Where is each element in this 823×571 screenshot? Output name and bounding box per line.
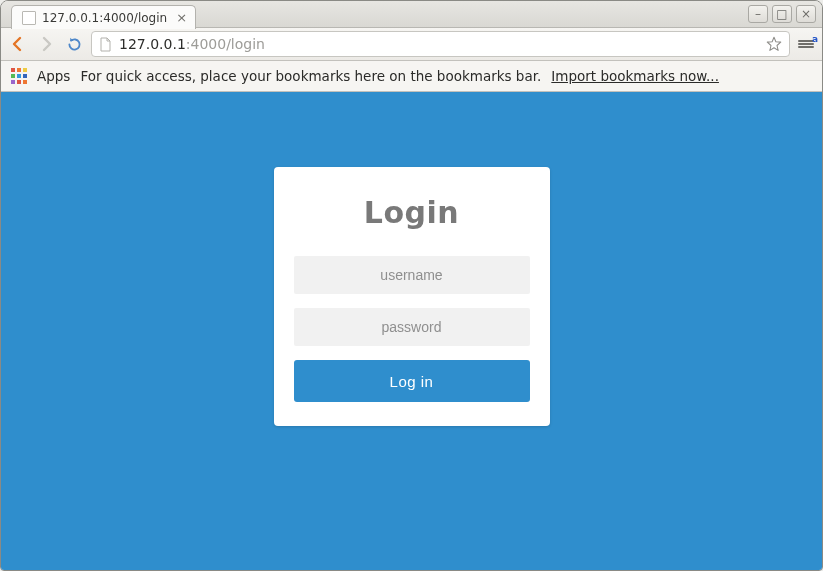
reload-icon [66,36,83,53]
menu-badge: a [812,34,818,44]
address-url: 127.0.0.1:4000/login [119,36,265,52]
browser-window: 127.0.0.1:4000/login × – □ × 127.0.0.1:4… [0,0,823,571]
address-bar[interactable]: 127.0.0.1:4000/login [91,31,790,57]
page-icon [98,37,113,52]
apps-grid-icon[interactable] [11,68,27,84]
address-host: 127.0.0.1 [119,36,186,52]
window-controls: – □ × [748,5,816,23]
apps-label[interactable]: Apps [37,68,70,84]
browser-toolbar: 127.0.0.1:4000/login a [1,28,822,61]
window-close-button[interactable]: × [796,5,816,23]
page-viewport: Login Log in [1,92,822,570]
chevron-left-icon [9,35,27,53]
back-button[interactable] [7,32,29,56]
address-path: :4000/login [186,36,265,52]
login-card: Login Log in [274,167,550,426]
login-button[interactable]: Log in [294,360,530,402]
bookmark-star-icon[interactable] [765,35,783,53]
bookmarks-bar: Apps For quick access, place your bookma… [1,61,822,92]
login-title: Login [294,195,530,230]
forward-button[interactable] [35,32,57,56]
window-maximize-button[interactable]: □ [772,5,792,23]
window-minimize-button[interactable]: – [748,5,768,23]
chevron-right-icon [37,35,55,53]
tab-close-button[interactable]: × [176,10,187,25]
password-input[interactable] [294,308,530,346]
blank-page-icon [22,11,36,25]
tab-strip: 127.0.0.1:4000/login × [11,5,196,29]
browser-menu-button[interactable]: a [796,40,816,48]
import-bookmarks-link[interactable]: Import bookmarks now... [551,68,719,84]
browser-tab[interactable]: 127.0.0.1:4000/login × [11,5,196,29]
bookmarks-hint: For quick access, place your bookmarks h… [80,68,541,84]
username-input[interactable] [294,256,530,294]
tab-title: 127.0.0.1:4000/login [42,11,167,25]
window-titlebar[interactable]: 127.0.0.1:4000/login × – □ × [1,1,822,28]
reload-button[interactable] [63,32,85,56]
